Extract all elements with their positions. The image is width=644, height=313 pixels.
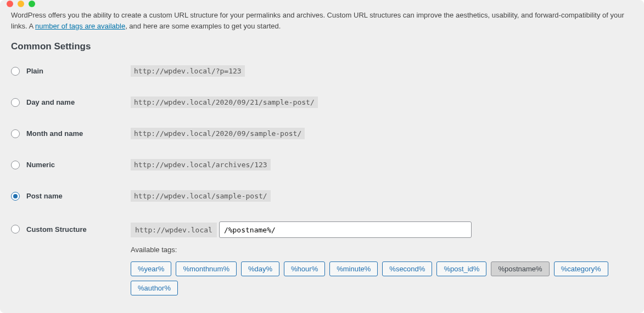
tag-year[interactable]: %year% [131, 261, 171, 276]
intro-after: , and here are some examples to get you … [125, 22, 281, 30]
tag-monthnum[interactable]: %monthnum% [176, 261, 237, 276]
intro-link[interactable]: number of tags are available [35, 22, 125, 30]
radio-custom[interactable] [11, 225, 20, 234]
intro-text: WordPress offers you the ability to crea… [11, 10, 633, 31]
maximize-icon[interactable] [29, 1, 35, 7]
option-day-name: Day and name http://wpdev.local/2020/09/… [11, 96, 633, 108]
option-plain: Plain http://wpdev.local/?p=123 [11, 65, 633, 77]
tag-author[interactable]: %author% [131, 281, 178, 295]
option-month-name: Month and name http://wpdev.local/2020/0… [11, 128, 633, 139]
window: WordPress offers you the ability to crea… [0, 0, 644, 313]
radio-month-name[interactable] [11, 129, 20, 138]
label-day-name: Day and name [26, 98, 75, 106]
radio-post-name[interactable] [11, 192, 20, 201]
example-day-name: http://wpdev.local/2020/09/21/sample-pos… [131, 96, 318, 108]
radio-plain[interactable] [11, 67, 20, 76]
custom-structure-input[interactable] [219, 221, 472, 238]
minimize-icon[interactable] [18, 1, 24, 7]
tag-category[interactable]: %category% [554, 261, 608, 276]
tag-hour[interactable]: %hour% [284, 261, 325, 276]
label-plain: Plain [26, 67, 43, 75]
tag-post-id[interactable]: %post_id% [436, 261, 486, 276]
tag-minute[interactable]: %minute% [329, 261, 378, 276]
example-numeric: http://wpdev.local/archives/123 [131, 159, 271, 170]
tag-postname[interactable]: %postname% [491, 261, 549, 276]
tag-second[interactable]: %second% [382, 261, 432, 276]
example-month-name: http://wpdev.local/2020/09/sample-post/ [131, 128, 305, 139]
radio-day-name[interactable] [11, 98, 20, 107]
label-numeric: Numeric [26, 161, 55, 169]
custom-prefix: http://wpdev.local [131, 223, 217, 237]
label-post-name: Post name [26, 192, 63, 200]
content-area: WordPress offers you the ability to crea… [0, 8, 644, 313]
option-custom: Custom Structure http://wpdev.local Avai… [11, 221, 633, 295]
label-month-name: Month and name [26, 129, 83, 138]
section-title: Common Settings [11, 41, 633, 52]
option-numeric: Numeric http://wpdev.local/archives/123 [11, 159, 633, 170]
radio-numeric[interactable] [11, 161, 20, 169]
label-custom: Custom Structure [26, 225, 87, 234]
example-plain: http://wpdev.local/?p=123 [131, 65, 245, 77]
tag-day[interactable]: %day% [241, 261, 279, 276]
option-post-name: Post name http://wpdev.local/sample-post… [11, 190, 633, 202]
example-post-name: http://wpdev.local/sample-post/ [131, 190, 271, 202]
titlebar [0, 0, 644, 8]
tags-row: %year% %monthnum% %day% %hour% %minute% … [131, 261, 633, 295]
close-icon[interactable] [7, 1, 13, 7]
available-tags-label: Available tags: [131, 246, 633, 254]
